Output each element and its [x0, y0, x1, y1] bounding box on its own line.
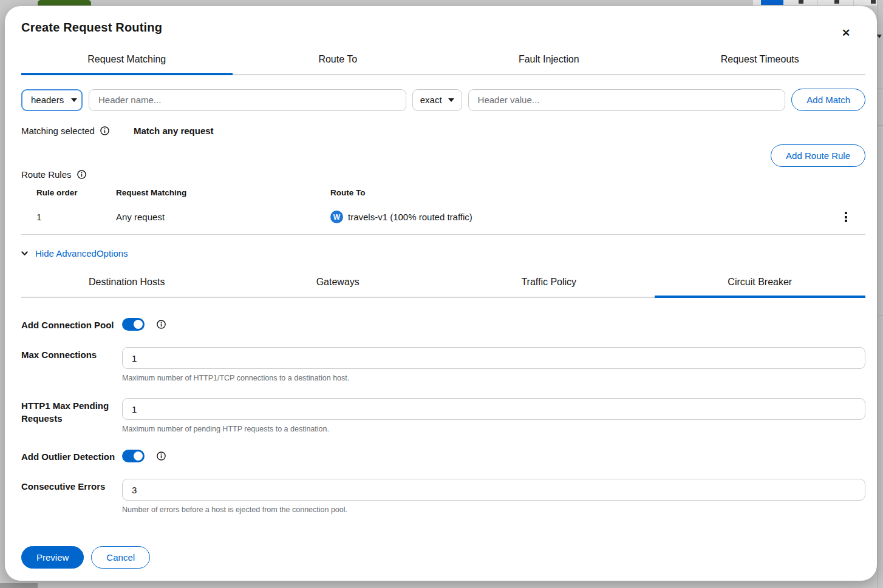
tab-fault-injection[interactable]: Fault Injection [443, 49, 655, 74]
max-connections-label: Max Connections [21, 347, 122, 382]
match-operator-select[interactable]: exact [412, 89, 462, 111]
scrollbar-tick [878, 316, 883, 316]
background-help-icon [799, 0, 803, 4]
wizard-tabs: Request Matching Route To Fault Injectio… [21, 49, 865, 75]
http1-max-pending-row: HTTP1 Max Pending Requests Maximum numbe… [21, 398, 865, 433]
page-scrollbar[interactable] [877, 0, 883, 588]
match-field-select[interactable]: headers [21, 89, 83, 111]
background-green-tab [38, 0, 91, 5]
route-rules-label: Route Rules [21, 169, 72, 180]
matching-selected-label: Matching selected [21, 126, 95, 136]
max-connections-input[interactable] [122, 347, 865, 369]
column-request-matching: Request Matching [116, 188, 330, 197]
close-icon[interactable]: ✕ [839, 27, 853, 40]
info-icon[interactable] [157, 320, 166, 329]
tab-traffic-policy[interactable]: Traffic Policy [443, 272, 655, 297]
row-actions-kebab-icon[interactable] [842, 209, 850, 225]
background-separator [853, 0, 854, 5]
rule-order-cell: 1 [21, 212, 116, 222]
tab-destination-hosts[interactable]: Destination Hosts [21, 272, 233, 297]
modal-footer: Preview Cancel [21, 546, 150, 569]
matching-selected-value: Match any request [134, 126, 214, 136]
connection-pool-row: Add Connection Pool [21, 317, 865, 331]
route-to-text: travels-v1 (100% routed traffic) [348, 212, 472, 222]
hide-advanced-options-link[interactable]: Hide AdvancedOptions [35, 248, 128, 259]
tab-circuit-breaker[interactable]: Circuit Breaker [655, 272, 866, 297]
info-icon[interactable] [157, 451, 166, 461]
scrollbar-marker [877, 35, 882, 38]
matching-selected-row: Matching selected Match any request [21, 126, 865, 136]
info-icon[interactable] [77, 170, 86, 179]
background-blue-button-fragment [761, 0, 783, 5]
tab-request-timeouts[interactable]: Request Timeouts [655, 49, 866, 74]
add-match-button[interactable]: Add Match [791, 89, 865, 111]
consecutive-errors-input[interactable] [122, 479, 865, 501]
tab-gateways[interactable]: Gateways [233, 272, 444, 297]
add-route-rule-button[interactable]: Add Route Rule [771, 144, 865, 167]
match-field-selected-value: headers [31, 95, 64, 105]
table-header-row: Rule order Request Matching Route To [21, 182, 865, 201]
workload-badge-icon: W [330, 211, 343, 223]
match-operator-selected-value: exact [420, 95, 442, 105]
connection-pool-label: Add Connection Pool [21, 317, 122, 331]
http1-max-pending-helper: Maximum number of pending HTTP requests … [122, 425, 865, 433]
http1-max-pending-label: HTTP1 Max Pending Requests [21, 398, 122, 433]
scrollbar-tick [878, 125, 883, 126]
outlier-detection-toggle[interactable] [122, 450, 145, 462]
tab-route-to[interactable]: Route To [233, 49, 444, 74]
max-connections-helper: Maximum number of HTTP1/TCP connections … [122, 374, 865, 382]
consecutive-errors-helper: Number of errors before a host is ejecte… [122, 505, 865, 514]
column-route-to: Route To [330, 188, 839, 197]
table-row: 1 Any request W travels-v1 (100% routed … [21, 201, 865, 235]
chevron-down-icon [448, 98, 454, 102]
http1-max-pending-input[interactable] [122, 398, 865, 420]
header-value-input[interactable] [468, 89, 786, 111]
tab-request-matching[interactable]: Request Matching [21, 49, 233, 74]
create-request-routing-modal: Create Request Routing ✕ Request Matchin… [5, 6, 877, 581]
outlier-detection-row: Add Outlier Detection [21, 449, 865, 463]
match-builder-row: headers exact Add Match [21, 89, 865, 111]
consecutive-errors-label: Consecutive Errors [21, 479, 122, 514]
request-matching-cell: Any request [116, 212, 330, 222]
scrollbar-tick [878, 89, 883, 89]
chevron-down-icon [71, 98, 77, 102]
background-user-icon [834, 0, 839, 4]
consecutive-errors-row: Consecutive Errors Number of errors befo… [21, 479, 865, 514]
connection-pool-toggle[interactable] [122, 318, 145, 331]
route-rules-header: Route Rules [21, 169, 865, 180]
outlier-detection-label: Add Outlier Detection [21, 449, 122, 463]
info-icon[interactable] [100, 126, 109, 135]
column-rule-order: Rule order [21, 188, 116, 197]
advanced-tabs: Destination Hosts Gateways Traffic Polic… [21, 272, 865, 298]
preview-button[interactable]: Preview [21, 546, 84, 569]
route-to-cell: W travels-v1 (100% routed traffic) [330, 211, 839, 223]
modal-title: Create Request Routing [21, 21, 865, 35]
chevron-down-icon [21, 250, 28, 257]
cancel-button[interactable]: Cancel [91, 546, 150, 569]
route-rules-table: Rule order Request Matching Route To 1 A… [21, 182, 865, 235]
background-menu-icon [871, 0, 876, 4]
background-separator [817, 0, 818, 5]
max-connections-row: Max Connections Maximum number of HTTP1/… [21, 347, 865, 382]
header-name-input[interactable] [89, 89, 406, 111]
background-hscrollbar-thumb[interactable] [0, 583, 38, 588]
